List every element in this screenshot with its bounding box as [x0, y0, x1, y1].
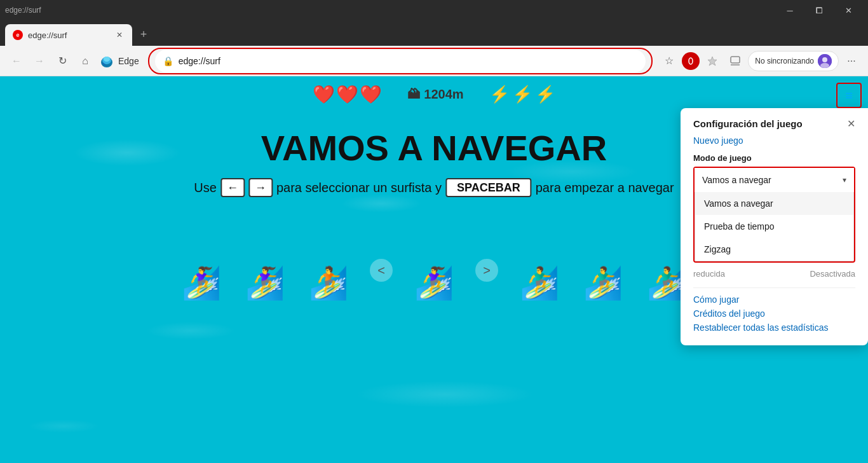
toolbar: ← → ↻ ⌂ Edge 🔒 edge://surf ☆: [0, 46, 868, 76]
dropdown-list: Vamos a navegar Prueba de tiempo Zigzag: [695, 192, 854, 261]
game-credits-link[interactable]: Créditos del juego: [693, 308, 855, 319]
window-controls: ─ ⧠ ✕: [775, 0, 863, 20]
dropdown-arrow-icon: ▾: [843, 176, 846, 184]
game-title: VAMOS A NAVEGAR: [261, 127, 607, 169]
address-bar-container: 🔒 edge://surf: [148, 48, 653, 74]
surfer-figure-1: 🏄‍♀️: [182, 267, 221, 299]
subtitle-prefix: Use: [194, 181, 217, 195]
config-close-button[interactable]: ✕: [847, 119, 855, 129]
lightning-2: ⚡: [512, 85, 532, 104]
surfer-4: 🏄‍♀️: [412, 242, 456, 299]
surfer-1: 🏄‍♀️: [179, 242, 224, 299]
config-panel-header: Configuración del juego ✕: [693, 118, 855, 129]
config-title: Configuración del juego: [693, 118, 803, 129]
forward-button[interactable]: →: [29, 51, 50, 71]
game-area: ❤️ ❤️ ❤️ 🏔 1204m ⚡ ⚡ ⚡ ≡ VAMOS A NAVEGAR…: [0, 76, 868, 463]
address-text: edge://surf: [179, 56, 639, 66]
config-bottom-links: Cómo jugar Créditos del juego Restablece…: [693, 294, 855, 333]
more-button[interactable]: ···: [841, 51, 862, 71]
new-tab-button[interactable]: +: [135, 25, 153, 43]
active-tab[interactable]: e edge://surf ✕: [5, 24, 132, 46]
tab-strip: e edge://surf ✕ +: [0, 20, 868, 46]
opera-icon[interactable]: [682, 52, 700, 70]
subtitle-mid: para seleccionar un surfista y: [276, 181, 442, 195]
tab-title: edge://surf: [28, 31, 67, 40]
distance-value: 1204m: [424, 87, 463, 102]
profile-label: No sincronizando: [755, 57, 814, 66]
dropdown-option-1[interactable]: Vamos a navegar: [695, 192, 853, 215]
hud-hearts: ❤️ ❤️ ❤️: [313, 84, 382, 105]
surfer-3: 🏄: [306, 242, 351, 299]
surfer-2: 🏄‍♀️: [243, 242, 287, 299]
distance-icon: 🏔: [407, 87, 420, 102]
lightning-3: ⚡: [535, 85, 555, 104]
title-bar: edge://surf ─ ⧠ ✕: [0, 0, 868, 20]
surfer-figure-3: 🏄: [309, 267, 348, 299]
surfer-figure-5: 🏄‍♂️: [520, 267, 559, 299]
config-row-right: Desactivada: [810, 269, 855, 279]
surfer-figure-6: 🏄‍♂️: [583, 267, 623, 299]
surfer-figure-4: 🏄‍♀️: [414, 267, 454, 299]
address-security-icon: 🔒: [163, 56, 173, 66]
how-to-play-link[interactable]: Cómo jugar: [693, 294, 855, 305]
heart-1: ❤️: [313, 84, 335, 105]
dropdown-option-2[interactable]: Prueba de tiempo: [695, 215, 853, 238]
heart-2: ❤️: [336, 84, 358, 105]
config-divider: [693, 287, 855, 288]
svg-point-10: [820, 63, 829, 68]
browser-essentials-button[interactable]: [702, 51, 722, 71]
surfers-row: 🏄‍♀️ 🏄‍♀️ 🏄 < 🏄‍♀️ > 🏄‍♂️ 🏄‍♂️ 🏄‍♂️: [148, 242, 720, 299]
window-title: edge://surf: [5, 6, 41, 15]
carousel-right-button[interactable]: >: [475, 259, 498, 282]
tab-favicon: e: [13, 30, 23, 40]
hud-distance: 🏔 1204m: [407, 87, 463, 102]
game-mode-label: Modo de juego: [693, 153, 855, 163]
subtitle-suffix: para empezar a navegar: [536, 181, 674, 195]
left-arrow-key: ←: [220, 178, 245, 197]
heart-3: ❤️: [360, 84, 382, 105]
config-row-speed: reducida Desactivada: [693, 265, 855, 282]
reset-stats-link[interactable]: Restablecer todas las estadísticas: [693, 322, 855, 333]
address-bar[interactable]: 🔒 edge://surf: [155, 50, 646, 73]
favorites-button[interactable]: ☆: [659, 51, 679, 71]
config-panel: Configuración del juego ✕ Nuevo juego Mo…: [681, 108, 868, 345]
edge-text: Edge: [118, 56, 139, 66]
profile-button[interactable]: No sincronizando: [748, 51, 839, 71]
dropdown-option-3[interactable]: Zigzag: [695, 238, 853, 261]
toolbar-right: ☆ No sincronizando: [659, 51, 862, 71]
game-hud: ❤️ ❤️ ❤️ 🏔 1204m ⚡ ⚡ ⚡: [313, 84, 555, 105]
maximize-button[interactable]: ⧠: [804, 0, 834, 20]
close-button[interactable]: ✕: [834, 0, 863, 20]
back-button[interactable]: ←: [6, 51, 27, 71]
spacebar-key: SPACEBAR: [445, 178, 532, 197]
surfer-5: 🏄‍♂️: [517, 242, 562, 299]
edge-logo: [98, 52, 116, 70]
game-subtitle: Use ← → para seleccionar un surfista y S…: [194, 178, 674, 197]
refresh-button[interactable]: ↻: [52, 51, 72, 71]
new-game-link[interactable]: Nuevo juego: [693, 135, 855, 146]
game-menu-button[interactable]: ≡: [836, 83, 862, 108]
svg-point-9: [822, 57, 827, 62]
dropdown-selected-text: Vamos a navegar: [702, 175, 771, 185]
collections-button[interactable]: [725, 51, 745, 71]
surfer-6: 🏄‍♂️: [581, 242, 625, 299]
hud-power: ⚡ ⚡ ⚡: [489, 85, 555, 104]
svg-rect-6: [731, 57, 740, 63]
home-button[interactable]: ⌂: [75, 51, 95, 71]
game-mode-dropdown[interactable]: Vamos a navegar ▾ Vamos a navegar Prueba…: [693, 167, 855, 263]
profile-avatar: [818, 54, 832, 68]
right-arrow-key: →: [248, 178, 273, 197]
surfer-figure-2: 🏄‍♀️: [245, 267, 285, 299]
config-row-left: reducida: [693, 269, 725, 279]
dropdown-selected[interactable]: Vamos a navegar ▾: [695, 168, 854, 192]
lightning-1: ⚡: [489, 85, 510, 104]
svg-marker-5: [708, 57, 717, 66]
carousel-left-button[interactable]: <: [370, 259, 393, 282]
title-bar-left: edge://surf: [5, 6, 41, 15]
minimize-button[interactable]: ─: [775, 0, 804, 20]
svg-point-2: [104, 57, 110, 62]
tab-close-button[interactable]: ✕: [114, 30, 125, 40]
